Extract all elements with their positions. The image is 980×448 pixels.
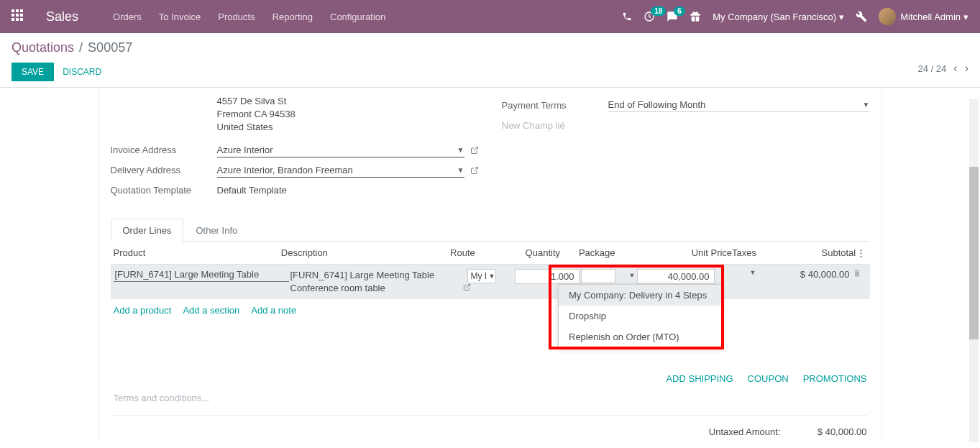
- desc-line2: Conference room table: [290, 282, 464, 295]
- user-menu[interactable]: Mitchell Admin ▾: [879, 8, 968, 25]
- user-name: Mitchell Admin: [900, 12, 961, 22]
- top-right: 18 6 My Company (San Francisco) ▾ Mitche…: [622, 8, 968, 25]
- avatar: [879, 8, 896, 25]
- coupon-link[interactable]: COUPON: [748, 373, 789, 384]
- phone-icon[interactable]: [622, 12, 632, 22]
- breadcrumb-root[interactable]: Quotations: [12, 40, 74, 55]
- external-link-icon[interactable]: [470, 166, 479, 175]
- address-line2: Fremont CA 94538: [217, 108, 479, 121]
- form-scroll[interactable]: 4557 De Silva St Fremont CA 94538 United…: [0, 88, 980, 440]
- caret-down-icon: ▾: [963, 12, 968, 22]
- order-lines-table: Product Description Route Quantity Packa…: [111, 242, 870, 321]
- cell-route: My I▼: [466, 269, 509, 291]
- add-note-link[interactable]: Add a note: [251, 305, 296, 316]
- delivery-address-field[interactable]: Azure Interior, Brandon Freeman ▼: [217, 163, 464, 178]
- address-line1: 4557 De Silva St: [217, 95, 479, 108]
- quotation-template-value[interactable]: Default Template: [217, 185, 479, 196]
- company-selector[interactable]: My Company (San Francisco) ▾: [713, 12, 844, 22]
- add-product-link[interactable]: Add a product: [114, 305, 172, 316]
- header-description: Description: [281, 247, 450, 258]
- discard-button[interactable]: DISCARD: [63, 67, 101, 77]
- messages-icon[interactable]: 6: [667, 11, 678, 22]
- quotation-template-label: Quotation Template: [111, 185, 217, 196]
- svg-rect-2: [20, 9, 23, 12]
- activities-icon[interactable]: 18: [644, 11, 655, 22]
- tab-order-lines[interactable]: Order Lines: [111, 219, 184, 242]
- table-row: [FURN_6741] Large Meeting Table [FURN_67…: [111, 265, 870, 299]
- totals-block: Untaxed Amount: $ 40,000.00 Taxes: $ 0.0…: [680, 424, 867, 440]
- cell-subtotal: $ 40,000.00: [758, 269, 851, 280]
- invoice-address-field[interactable]: Azure Interior ▼: [217, 143, 464, 157]
- gift-icon[interactable]: [690, 11, 701, 22]
- external-link-icon[interactable]: [463, 283, 503, 291]
- debug-icon[interactable]: [856, 11, 867, 22]
- invoice-address-label: Invoice Address: [111, 145, 217, 155]
- control-panel: Quotations / S00057 SAVE DISCARD 24 / 24…: [0, 33, 980, 88]
- untaxed-value: $ 40,000.00: [795, 426, 867, 437]
- app-brand[interactable]: Sales: [46, 9, 78, 24]
- svg-rect-5: [20, 14, 23, 17]
- order-footer-actions: ADD SHIPPING COUPON PROMOTIONS: [99, 365, 881, 393]
- scrollbar-thumb[interactable]: [969, 167, 979, 339]
- breadcrumb: Quotations / S00057: [12, 40, 132, 55]
- external-link-icon[interactable]: [470, 146, 479, 155]
- caret-down-icon: ▼: [863, 101, 870, 109]
- menu-reporting[interactable]: Reporting: [273, 12, 313, 22]
- breadcrumb-sep: /: [79, 40, 83, 55]
- header-unit-price: Unit Price: [636, 247, 732, 258]
- route-option[interactable]: Replenish on Order (MTO): [559, 326, 721, 347]
- terms-input[interactable]: Terms and conditions...: [114, 393, 867, 416]
- pager-prev[interactable]: ‹: [953, 62, 957, 75]
- caret-down-icon: ▼: [489, 273, 495, 280]
- header-route: Route: [450, 247, 505, 258]
- menu-to-invoice[interactable]: To Invoice: [159, 12, 201, 22]
- new-champ-label: New Champ lié: [502, 120, 608, 131]
- trash-icon[interactable]: [851, 269, 863, 278]
- add-shipping-link[interactable]: ADD SHIPPING: [666, 373, 733, 384]
- notebook-tabs: Order Lines Other Info: [111, 218, 870, 242]
- route-option[interactable]: My Company: Delivery in 4 Steps: [559, 285, 721, 306]
- unit-price-input[interactable]: 40,000.00: [637, 269, 715, 284]
- customer-address: 4557 De Silva St Fremont CA 94538 United…: [217, 95, 479, 134]
- menu-configuration[interactable]: Configuration: [330, 12, 385, 22]
- company-name: My Company (San Francisco): [713, 12, 836, 22]
- promotions-link[interactable]: PROMOTIONS: [803, 373, 867, 384]
- cell-description[interactable]: [FURN_6741] Large Meeting Table Conferen…: [289, 269, 466, 295]
- menu-products[interactable]: Products: [218, 12, 255, 22]
- table-header: Product Description Route Quantity Packa…: [111, 242, 870, 265]
- header-taxes: Taxes: [732, 247, 773, 258]
- taxes-input[interactable]: ▼: [715, 269, 758, 276]
- svg-rect-3: [12, 14, 14, 17]
- apps-icon[interactable]: [12, 9, 26, 24]
- route-option[interactable]: Dropship: [559, 306, 721, 326]
- header-product: Product: [114, 247, 281, 258]
- save-button[interactable]: SAVE: [12, 63, 54, 81]
- column-menu-icon[interactable]: ⋮: [856, 247, 866, 258]
- payment-terms-label: Payment Terms: [502, 100, 608, 111]
- menu-orders[interactable]: Orders: [113, 12, 142, 22]
- caret-down-icon: ▼: [457, 166, 464, 174]
- caret-down-icon: ▾: [839, 12, 844, 22]
- tab-other-info[interactable]: Other Info: [183, 219, 249, 242]
- svg-rect-4: [16, 14, 19, 17]
- pager-next[interactable]: ›: [965, 62, 968, 75]
- header-subtotal: Subtotal: [773, 247, 856, 258]
- delivery-address-label: Delivery Address: [111, 165, 217, 175]
- form-sheet: 4557 De Silva St Fremont CA 94538 United…: [99, 88, 882, 440]
- add-line-row: Add a product Add a section Add a note: [111, 299, 870, 321]
- caret-down-icon[interactable]: ▼: [629, 272, 636, 279]
- cell-product[interactable]: [FURN_6741] Large Meeting Table: [114, 269, 289, 282]
- breadcrumb-current: S00057: [88, 40, 132, 55]
- svg-rect-1: [16, 9, 19, 12]
- address-line3: United States: [217, 121, 479, 134]
- payment-terms-field[interactable]: End of Following Month ▼: [608, 98, 870, 112]
- add-section-link[interactable]: Add a section: [183, 305, 239, 316]
- package-input[interactable]: [581, 269, 615, 283]
- svg-rect-6: [12, 18, 14, 21]
- svg-rect-0: [12, 9, 14, 12]
- untaxed-label: Untaxed Amount:: [680, 426, 781, 437]
- quantity-input[interactable]: 1.000: [515, 269, 580, 284]
- top-navbar: Sales Orders To Invoice Products Reporti…: [0, 0, 980, 33]
- caret-down-icon: ▼: [750, 269, 756, 276]
- svg-rect-7: [16, 18, 19, 21]
